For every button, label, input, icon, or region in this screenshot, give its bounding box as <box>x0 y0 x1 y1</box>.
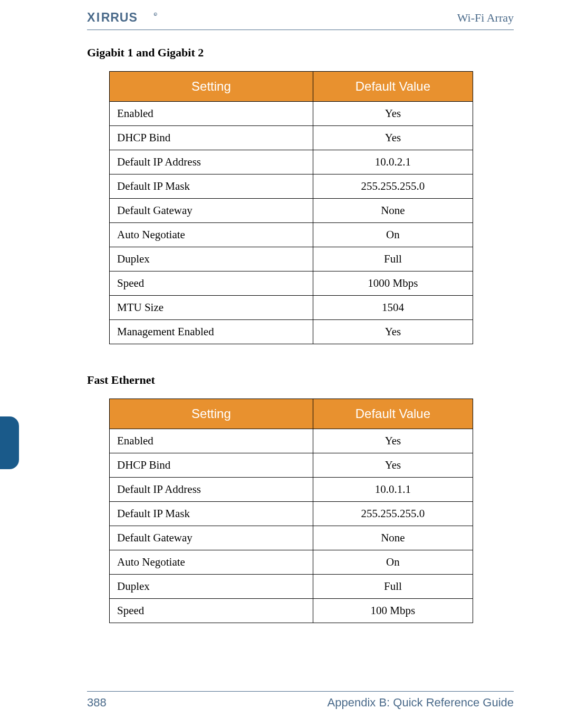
xirrus-logo: X I RRUS R <box>87 11 171 25</box>
page-footer: 388 Appendix B: Quick Reference Guide <box>87 691 514 710</box>
svg-text:R: R <box>155 14 156 16</box>
value-cell: 10.0.2.1 <box>313 150 473 174</box>
setting-cell: Duplex <box>110 575 313 599</box>
setting-cell: Duplex <box>110 247 313 271</box>
value-cell: Full <box>313 575 473 599</box>
setting-cell: Speed <box>110 271 313 296</box>
header-title: Wi-Fi Array <box>457 11 514 25</box>
page-header: X I RRUS R Wi-Fi Array <box>87 11 514 30</box>
value-cell: Yes <box>313 320 473 344</box>
setting-cell: Default IP Address <box>110 150 313 174</box>
table-row: Auto NegotiateOn <box>110 550 473 575</box>
section-title-gigabit: Gigabit 1 and Gigabit 2 <box>87 46 514 60</box>
page-content: X I RRUS R Wi-Fi Array Gigabit 1 and Gig… <box>0 0 577 728</box>
table-row: Default IP Address10.0.2.1 <box>110 150 473 174</box>
table-row: DHCP BindYes <box>110 453 473 478</box>
table-row: Default IP Mask255.255.255.0 <box>110 174 473 199</box>
svg-text:I: I <box>97 11 100 24</box>
table-row: Default GatewayNone <box>110 199 473 223</box>
setting-cell: Default IP Mask <box>110 174 313 199</box>
table-row: DuplexFull <box>110 575 473 599</box>
table-row: Management EnabledYes <box>110 320 473 344</box>
value-cell: On <box>313 223 473 247</box>
table-row: Speed100 Mbps <box>110 599 473 623</box>
setting-cell: Default Gateway <box>110 199 313 223</box>
value-cell: Yes <box>313 453 473 478</box>
table-row: EnabledYes <box>110 429 473 453</box>
table-row: Default GatewayNone <box>110 526 473 550</box>
gigabit-table: Setting Default Value EnabledYes DHCP Bi… <box>109 71 473 344</box>
value-cell: None <box>313 199 473 223</box>
value-cell: Yes <box>313 429 473 453</box>
setting-cell: Speed <box>110 599 313 623</box>
svg-text:RRUS: RRUS <box>101 11 138 24</box>
setting-cell: Auto Negotiate <box>110 550 313 575</box>
table-row: Default IP Address10.0.1.1 <box>110 478 473 502</box>
table-header-setting: Setting <box>110 399 313 429</box>
value-cell: 100 Mbps <box>313 599 473 623</box>
value-cell: 10.0.1.1 <box>313 478 473 502</box>
setting-cell: Enabled <box>110 429 313 453</box>
footer-label: Appendix B: Quick Reference Guide <box>328 696 514 710</box>
section-title-fast-ethernet: Fast Ethernet <box>87 373 514 387</box>
table-header-default: Default Value <box>313 399 473 429</box>
setting-cell: Default IP Mask <box>110 502 313 526</box>
value-cell: 255.255.255.0 <box>313 174 473 199</box>
table-row: Auto NegotiateOn <box>110 223 473 247</box>
table-row: Default IP Mask255.255.255.0 <box>110 502 473 526</box>
value-cell: 1000 Mbps <box>313 271 473 296</box>
table-header-default: Default Value <box>313 72 473 102</box>
value-cell: On <box>313 550 473 575</box>
value-cell: Yes <box>313 126 473 150</box>
svg-text:X: X <box>87 11 95 24</box>
setting-cell: Default Gateway <box>110 526 313 550</box>
table-row: Speed1000 Mbps <box>110 271 473 296</box>
table-row: EnabledYes <box>110 102 473 126</box>
page-number: 388 <box>87 696 107 710</box>
value-cell: 1504 <box>313 296 473 320</box>
value-cell: Yes <box>313 102 473 126</box>
setting-cell: MTU Size <box>110 296 313 320</box>
setting-cell: Default IP Address <box>110 478 313 502</box>
setting-cell: Auto Negotiate <box>110 223 313 247</box>
value-cell: 255.255.255.0 <box>313 502 473 526</box>
setting-cell: DHCP Bind <box>110 126 313 150</box>
setting-cell: DHCP Bind <box>110 453 313 478</box>
setting-cell: Management Enabled <box>110 320 313 344</box>
value-cell: None <box>313 526 473 550</box>
table-row: MTU Size1504 <box>110 296 473 320</box>
setting-cell: Enabled <box>110 102 313 126</box>
value-cell: Full <box>313 247 473 271</box>
table-row: DuplexFull <box>110 247 473 271</box>
fast-ethernet-table: Setting Default Value EnabledYes DHCP Bi… <box>109 399 473 623</box>
table-header-setting: Setting <box>110 72 313 102</box>
table-row: DHCP BindYes <box>110 126 473 150</box>
